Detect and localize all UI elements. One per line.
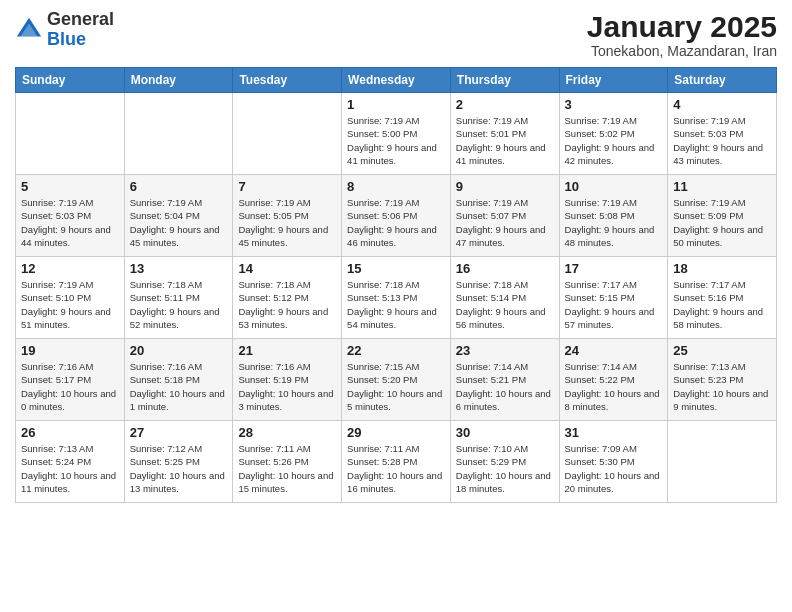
day-number: 17	[565, 261, 663, 276]
day-number: 24	[565, 343, 663, 358]
day-cell: 25Sunrise: 7:13 AM Sunset: 5:23 PM Dayli…	[668, 339, 777, 421]
day-info: Sunrise: 7:18 AM Sunset: 5:11 PM Dayligh…	[130, 278, 228, 331]
day-number: 7	[238, 179, 336, 194]
day-number: 26	[21, 425, 119, 440]
day-cell: 16Sunrise: 7:18 AM Sunset: 5:14 PM Dayli…	[450, 257, 559, 339]
day-number: 3	[565, 97, 663, 112]
location-title: Tonekabon, Mazandaran, Iran	[587, 43, 777, 59]
day-info: Sunrise: 7:19 AM Sunset: 5:09 PM Dayligh…	[673, 196, 771, 249]
day-cell: 18Sunrise: 7:17 AM Sunset: 5:16 PM Dayli…	[668, 257, 777, 339]
day-number: 11	[673, 179, 771, 194]
day-cell: 1Sunrise: 7:19 AM Sunset: 5:00 PM Daylig…	[342, 93, 451, 175]
day-cell: 17Sunrise: 7:17 AM Sunset: 5:15 PM Dayli…	[559, 257, 668, 339]
day-number: 25	[673, 343, 771, 358]
day-number: 31	[565, 425, 663, 440]
day-number: 18	[673, 261, 771, 276]
day-cell: 28Sunrise: 7:11 AM Sunset: 5:26 PM Dayli…	[233, 421, 342, 503]
week-row-4: 26Sunrise: 7:13 AM Sunset: 5:24 PM Dayli…	[16, 421, 777, 503]
day-cell: 12Sunrise: 7:19 AM Sunset: 5:10 PM Dayli…	[16, 257, 125, 339]
day-cell	[124, 93, 233, 175]
day-info: Sunrise: 7:19 AM Sunset: 5:03 PM Dayligh…	[21, 196, 119, 249]
day-number: 30	[456, 425, 554, 440]
month-title: January 2025	[587, 10, 777, 43]
day-info: Sunrise: 7:18 AM Sunset: 5:12 PM Dayligh…	[238, 278, 336, 331]
day-number: 15	[347, 261, 445, 276]
day-cell: 22Sunrise: 7:15 AM Sunset: 5:20 PM Dayli…	[342, 339, 451, 421]
day-cell: 26Sunrise: 7:13 AM Sunset: 5:24 PM Dayli…	[16, 421, 125, 503]
day-info: Sunrise: 7:14 AM Sunset: 5:21 PM Dayligh…	[456, 360, 554, 413]
day-info: Sunrise: 7:16 AM Sunset: 5:17 PM Dayligh…	[21, 360, 119, 413]
day-cell: 6Sunrise: 7:19 AM Sunset: 5:04 PM Daylig…	[124, 175, 233, 257]
day-number: 4	[673, 97, 771, 112]
day-info: Sunrise: 7:19 AM Sunset: 5:08 PM Dayligh…	[565, 196, 663, 249]
day-cell: 3Sunrise: 7:19 AM Sunset: 5:02 PM Daylig…	[559, 93, 668, 175]
day-number: 1	[347, 97, 445, 112]
day-number: 9	[456, 179, 554, 194]
day-number: 23	[456, 343, 554, 358]
day-number: 8	[347, 179, 445, 194]
day-cell: 31Sunrise: 7:09 AM Sunset: 5:30 PM Dayli…	[559, 421, 668, 503]
day-number: 28	[238, 425, 336, 440]
weekday-tuesday: Tuesday	[233, 68, 342, 93]
logo-blue: Blue	[47, 29, 86, 49]
day-info: Sunrise: 7:16 AM Sunset: 5:18 PM Dayligh…	[130, 360, 228, 413]
day-info: Sunrise: 7:19 AM Sunset: 5:06 PM Dayligh…	[347, 196, 445, 249]
day-info: Sunrise: 7:15 AM Sunset: 5:20 PM Dayligh…	[347, 360, 445, 413]
title-block: January 2025 Tonekabon, Mazandaran, Iran	[587, 10, 777, 59]
day-info: Sunrise: 7:19 AM Sunset: 5:01 PM Dayligh…	[456, 114, 554, 167]
day-info: Sunrise: 7:17 AM Sunset: 5:15 PM Dayligh…	[565, 278, 663, 331]
day-info: Sunrise: 7:18 AM Sunset: 5:13 PM Dayligh…	[347, 278, 445, 331]
day-info: Sunrise: 7:13 AM Sunset: 5:23 PM Dayligh…	[673, 360, 771, 413]
calendar-table: SundayMondayTuesdayWednesdayThursdayFrid…	[15, 67, 777, 503]
day-cell: 10Sunrise: 7:19 AM Sunset: 5:08 PM Dayli…	[559, 175, 668, 257]
day-cell: 27Sunrise: 7:12 AM Sunset: 5:25 PM Dayli…	[124, 421, 233, 503]
weekday-header-row: SundayMondayTuesdayWednesdayThursdayFrid…	[16, 68, 777, 93]
day-info: Sunrise: 7:11 AM Sunset: 5:26 PM Dayligh…	[238, 442, 336, 495]
week-row-2: 12Sunrise: 7:19 AM Sunset: 5:10 PM Dayli…	[16, 257, 777, 339]
day-info: Sunrise: 7:19 AM Sunset: 5:05 PM Dayligh…	[238, 196, 336, 249]
day-cell: 13Sunrise: 7:18 AM Sunset: 5:11 PM Dayli…	[124, 257, 233, 339]
day-cell: 2Sunrise: 7:19 AM Sunset: 5:01 PM Daylig…	[450, 93, 559, 175]
day-info: Sunrise: 7:13 AM Sunset: 5:24 PM Dayligh…	[21, 442, 119, 495]
day-cell: 19Sunrise: 7:16 AM Sunset: 5:17 PM Dayli…	[16, 339, 125, 421]
day-number: 12	[21, 261, 119, 276]
day-cell: 9Sunrise: 7:19 AM Sunset: 5:07 PM Daylig…	[450, 175, 559, 257]
weekday-monday: Monday	[124, 68, 233, 93]
logo-general: General	[47, 9, 114, 29]
day-number: 22	[347, 343, 445, 358]
day-cell	[16, 93, 125, 175]
day-cell: 24Sunrise: 7:14 AM Sunset: 5:22 PM Dayli…	[559, 339, 668, 421]
day-cell: 21Sunrise: 7:16 AM Sunset: 5:19 PM Dayli…	[233, 339, 342, 421]
header: General Blue January 2025 Tonekabon, Maz…	[15, 10, 777, 59]
day-number: 20	[130, 343, 228, 358]
day-cell: 8Sunrise: 7:19 AM Sunset: 5:06 PM Daylig…	[342, 175, 451, 257]
week-row-3: 19Sunrise: 7:16 AM Sunset: 5:17 PM Dayli…	[16, 339, 777, 421]
day-number: 21	[238, 343, 336, 358]
day-number: 2	[456, 97, 554, 112]
day-cell: 30Sunrise: 7:10 AM Sunset: 5:29 PM Dayli…	[450, 421, 559, 503]
day-info: Sunrise: 7:11 AM Sunset: 5:28 PM Dayligh…	[347, 442, 445, 495]
day-cell: 15Sunrise: 7:18 AM Sunset: 5:13 PM Dayli…	[342, 257, 451, 339]
day-number: 13	[130, 261, 228, 276]
weekday-thursday: Thursday	[450, 68, 559, 93]
day-cell: 4Sunrise: 7:19 AM Sunset: 5:03 PM Daylig…	[668, 93, 777, 175]
weekday-friday: Friday	[559, 68, 668, 93]
day-cell: 23Sunrise: 7:14 AM Sunset: 5:21 PM Dayli…	[450, 339, 559, 421]
day-cell	[233, 93, 342, 175]
week-row-1: 5Sunrise: 7:19 AM Sunset: 5:03 PM Daylig…	[16, 175, 777, 257]
day-number: 29	[347, 425, 445, 440]
day-number: 5	[21, 179, 119, 194]
day-info: Sunrise: 7:19 AM Sunset: 5:03 PM Dayligh…	[673, 114, 771, 167]
day-number: 19	[21, 343, 119, 358]
day-number: 14	[238, 261, 336, 276]
day-cell: 20Sunrise: 7:16 AM Sunset: 5:18 PM Dayli…	[124, 339, 233, 421]
day-cell: 11Sunrise: 7:19 AM Sunset: 5:09 PM Dayli…	[668, 175, 777, 257]
day-info: Sunrise: 7:09 AM Sunset: 5:30 PM Dayligh…	[565, 442, 663, 495]
day-info: Sunrise: 7:17 AM Sunset: 5:16 PM Dayligh…	[673, 278, 771, 331]
day-cell: 29Sunrise: 7:11 AM Sunset: 5:28 PM Dayli…	[342, 421, 451, 503]
day-info: Sunrise: 7:19 AM Sunset: 5:04 PM Dayligh…	[130, 196, 228, 249]
day-number: 10	[565, 179, 663, 194]
day-cell: 14Sunrise: 7:18 AM Sunset: 5:12 PM Dayli…	[233, 257, 342, 339]
day-number: 16	[456, 261, 554, 276]
day-info: Sunrise: 7:14 AM Sunset: 5:22 PM Dayligh…	[565, 360, 663, 413]
